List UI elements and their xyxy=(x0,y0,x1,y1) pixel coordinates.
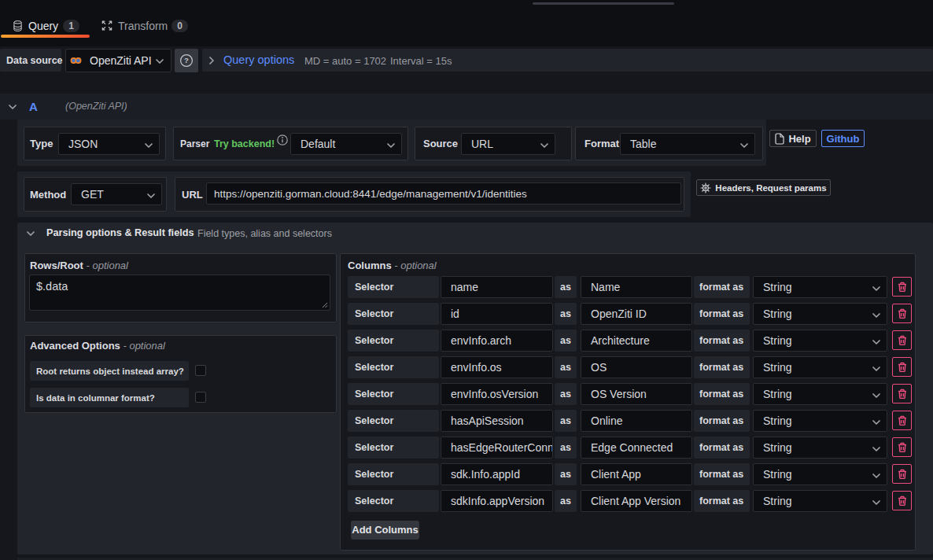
svg-text:?: ? xyxy=(184,56,189,64)
